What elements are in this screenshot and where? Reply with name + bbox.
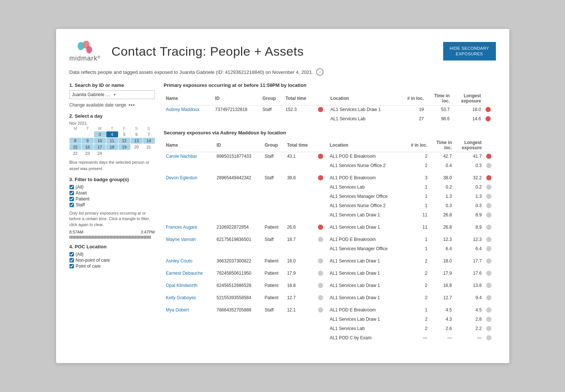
person-id-cell: 28965449442342	[214, 174, 262, 220]
calendar-day[interactable]: 20	[131, 144, 143, 150]
location-dot-cell	[484, 269, 496, 278]
calendar-day[interactable]: 21	[143, 144, 155, 150]
location-exposure-dot	[486, 258, 491, 264]
poc-filter-checkbox[interactable]	[69, 252, 74, 257]
person-name-cell: Carole Nachbar	[164, 152, 214, 171]
spacer-row	[164, 278, 496, 281]
slider-tick	[123, 236, 124, 239]
location-time-cell: 42.7	[430, 152, 454, 162]
poc-filter-checkbox[interactable]	[69, 264, 74, 268]
location-count-cell: 2	[404, 269, 429, 278]
person-name-cell: Aubrey Maddoux	[164, 105, 213, 124]
location-dot-cell	[483, 105, 496, 115]
slider-tick	[110, 236, 111, 239]
calendar-day[interactable]: 13	[131, 138, 143, 144]
location-time-cell: 6.4	[430, 245, 454, 254]
location-exposure-dot	[486, 271, 491, 276]
location-longest-cell: 8.9	[454, 223, 484, 232]
calendar-day	[82, 131, 94, 137]
slider-tick	[98, 236, 99, 239]
exposure-dot	[318, 295, 323, 300]
person-group-cell: Staff	[262, 152, 285, 171]
badge-filter-checkbox[interactable]	[69, 197, 74, 201]
calendar-day[interactable]: 9	[82, 138, 94, 144]
location-dot-cell	[484, 334, 496, 343]
calendar-day[interactable]: 22	[69, 150, 81, 156]
calendar-day[interactable]: 3	[94, 131, 106, 137]
person-id-cell: 76245850611950	[214, 269, 262, 278]
person-name-link[interactable]: Ashley Couto	[166, 258, 192, 264]
badge-filter-checkbox[interactable]	[69, 203, 74, 207]
exposure-dot	[318, 258, 323, 264]
info-icon[interactable]: i	[316, 68, 324, 76]
table-row: Frances Augare2106922872854Patient26.8AL…	[164, 223, 496, 232]
date-range-options-button[interactable]: •••	[129, 102, 135, 108]
content-area: 1. Search by ID or name Juanita Gabriele…	[69, 82, 496, 343]
calendar-day[interactable]: 24	[94, 150, 106, 156]
location-exposure-dot	[486, 225, 491, 230]
slider-tick	[126, 236, 127, 239]
sec-col-in-loc: # in loc.	[404, 138, 429, 152]
location-dot-cell	[484, 161, 496, 171]
slider-tick	[89, 236, 90, 239]
person-id-cell: 62175619836501	[214, 235, 262, 254]
slider-tick	[127, 236, 129, 239]
badge-filter-label: Asset	[76, 190, 87, 196]
col-in-loc: # in loc.	[399, 92, 426, 105]
time-slider[interactable]: // generate ticks inline-ish — will do i…	[69, 236, 155, 239]
calendar-day[interactable]: 5	[118, 131, 130, 137]
main-content: Primary exposures occurring at or before…	[164, 82, 496, 343]
calendar-month-year: Nov 2021	[69, 121, 155, 125]
calendar-day[interactable]: 10	[94, 138, 106, 144]
person-group-cell: Patient	[262, 294, 285, 303]
location-dot-cell	[484, 324, 496, 334]
calendar-day[interactable]: 17	[94, 144, 106, 150]
calendar-day[interactable]: 15	[69, 144, 81, 150]
person-name-link[interactable]: Earnest Debauche	[166, 271, 203, 276]
calendar-day[interactable]: 6	[131, 131, 143, 137]
badge-filter-checkbox[interactable]	[69, 191, 74, 195]
calendar-day[interactable]: 7	[143, 131, 155, 137]
calendar-day[interactable]: 19	[118, 144, 130, 150]
calendar-day[interactable]: 8	[69, 138, 81, 144]
calendar-day[interactable]: 11	[106, 138, 118, 144]
slider-tick	[107, 236, 108, 239]
person-dot-cell	[316, 269, 328, 278]
calendar-day[interactable]: 12	[118, 138, 130, 144]
page-header: midmark® Contact Tracing: People + Asset…	[69, 41, 496, 62]
person-name-link[interactable]: Aubrey Maddoux	[166, 107, 200, 112]
midmark-logo-icon	[75, 41, 94, 55]
person-name-link[interactable]: Frances Augare	[166, 225, 198, 230]
person-name-link[interactable]: Devon Egleston	[166, 175, 198, 180]
person-group-cell: Patient	[262, 269, 285, 278]
person-id-cell: 52155393558584	[214, 294, 262, 303]
person-name-link[interactable]: Kelly Graboyes	[166, 295, 196, 300]
person-total-time-cell: 18.0	[285, 257, 316, 266]
data-description-text: Data reflects people and tagged assets e…	[69, 69, 314, 75]
person-name-link[interactable]: Wayne Vannah	[166, 237, 196, 242]
poc-filter-checkbox[interactable]	[69, 258, 74, 262]
person-name-cell: Wayne Vannah	[164, 235, 214, 254]
person-name-link[interactable]: Carole Nachbar	[166, 154, 197, 159]
slider-tick	[116, 236, 117, 239]
calendar-day	[118, 150, 130, 156]
location-longest-cell: 12.3	[454, 235, 484, 245]
slider-tick	[150, 236, 151, 239]
location-longest-cell: 41.7	[454, 152, 484, 162]
calendar-day[interactable]: 14	[143, 138, 155, 144]
slider-tick	[132, 236, 133, 239]
badge-filter-checkbox[interactable]	[69, 185, 74, 189]
calendar-day[interactable]: 4	[106, 131, 118, 137]
location-time-cell: 4.3	[430, 315, 454, 324]
person-name-link[interactable]: Opal Klindworth	[166, 283, 198, 288]
person-name-link[interactable]: Mya Dobert	[166, 307, 189, 313]
location-longest-cell: 14.6	[452, 115, 483, 124]
badge-filter-label: (All)	[76, 184, 84, 190]
calendar-day[interactable]: 18	[106, 144, 118, 150]
calendar-day[interactable]: 16	[82, 144, 94, 150]
person-search-dropdown[interactable]: Juanita Gabriele (ID: 41293621... ▼	[69, 90, 155, 99]
location-dot-cell	[484, 223, 496, 232]
calendar-day[interactable]: 23	[82, 150, 94, 156]
slider-tick	[99, 236, 100, 239]
hide-secondary-button[interactable]: HIDE SECONDARY EXPOSURES	[443, 42, 496, 61]
